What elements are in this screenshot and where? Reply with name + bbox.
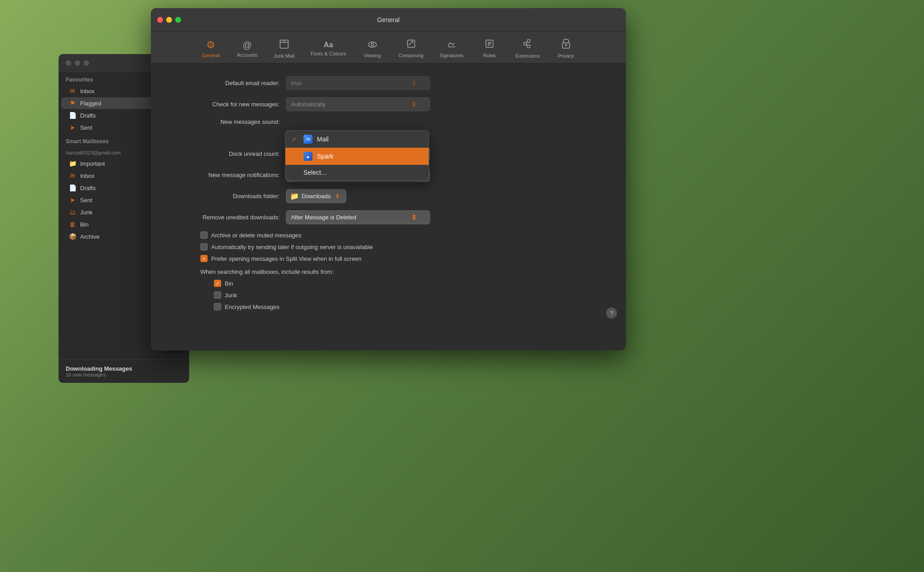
search-encrypted-row: Encrypted Messages [214, 303, 599, 310]
minimize-button[interactable] [166, 17, 172, 23]
status-subtitle: 16 new messages [66, 372, 182, 377]
dropdown-item-select[interactable]: Select... [285, 165, 429, 180]
select-arrow-icon: ⬍ [411, 79, 417, 87]
toolbar-junkmail[interactable]: Junk Mail [265, 36, 302, 63]
check-new-messages-value: Automatically [291, 101, 326, 108]
remove-downloads-label: Remove unedited downloads: [178, 214, 286, 221]
email-reader-dropdown: ✓ ✉ Mail ▲ Spark Select... [285, 130, 429, 181]
search-section-title: When searching all mailboxes, include re… [200, 268, 599, 275]
sidebar-flagged-label: Flagged [80, 100, 101, 107]
privacy-icon [562, 39, 570, 51]
remove-downloads-select[interactable]: After Message is Deleted ⬍ [286, 210, 430, 224]
inbox2-label: Inbox [80, 173, 95, 179]
auto-send-label: Automatically try sending later if outgo… [211, 244, 373, 250]
search-encrypted-checkbox[interactable] [214, 303, 221, 310]
notifications-label: New message notifications: [178, 172, 286, 178]
toolbar-accounts[interactable]: @ Accounts [229, 36, 265, 62]
toolbar: ⚙ General @ Accounts Junk Mail Aa Fonts … [151, 32, 626, 64]
checkboxes-section: Archive or delete muted messages Automat… [178, 232, 599, 262]
search-section: When searching all mailboxes, include re… [178, 268, 599, 310]
maximize-button[interactable] [175, 17, 181, 23]
important-label: Important [80, 160, 105, 167]
toolbar-fonts[interactable]: Aa Fonts & Colours [303, 37, 354, 61]
default-email-label: Default email reader: [178, 80, 286, 86]
remove-downloads-value: After Message is Deleted [291, 214, 356, 221]
toolbar-rules[interactable]: Rules [471, 36, 507, 63]
sidebar-drafts-label: Drafts [80, 112, 96, 119]
rules-icon [485, 39, 494, 51]
signatures-label: Signatures [439, 53, 463, 58]
archive-label: Archive [80, 233, 100, 240]
window-title: General [377, 16, 400, 23]
toolbar-composing[interactable]: Composing [390, 36, 432, 63]
important-icon: 📁 [68, 160, 77, 167]
general-icon: ⚙ [206, 39, 215, 51]
mail-app-icon: ✉ [303, 135, 313, 144]
inbox-icon: ✉ [68, 87, 77, 95]
auto-send-checkbox[interactable] [200, 243, 208, 250]
dropdown-item-mail[interactable]: ✓ ✉ Mail [285, 131, 429, 148]
signatures-icon [447, 39, 457, 51]
search-encrypted-label: Encrypted Messages [225, 304, 279, 310]
viewing-label: Viewing [364, 53, 381, 58]
default-email-control: Mail ⬍ [286, 76, 430, 90]
svg-rect-17 [562, 43, 570, 48]
search-junk-label: Junk [225, 292, 237, 299]
mail-item-label: Mail [317, 136, 329, 143]
help-button[interactable]: ? [606, 308, 617, 318]
sidebar-tl-1 [66, 60, 71, 66]
extensions-label: Extensions [516, 53, 540, 59]
archive-delete-checkbox[interactable] [200, 232, 208, 239]
mail-check-icon: ✓ [292, 136, 299, 143]
accounts-icon: @ [243, 40, 252, 50]
general-label: General [202, 53, 220, 58]
downloads-folder-row: Downloads folder: 📁 Downloads ⬍ [178, 189, 599, 203]
junk-icon: 🗂 [68, 209, 77, 216]
check-new-messages-row: Check for new messages: Automatically ⬍ [178, 97, 599, 111]
fonts-label: Fonts & Colours [311, 51, 346, 56]
search-bin-row: ✓ Bin [214, 280, 599, 287]
content-area: Default email reader: Mail ⬍ ✓ ✉ Mail ▲ … [151, 64, 626, 327]
svg-point-18 [565, 44, 567, 46]
new-messages-sound-label: New messages sound: [178, 118, 286, 125]
toolbar-signatures[interactable]: Signatures [431, 36, 471, 63]
default-email-value: Mail [291, 80, 302, 86]
svg-rect-12 [524, 42, 526, 45]
default-email-select[interactable]: Mail ⬍ [286, 76, 430, 90]
svg-point-3 [368, 42, 376, 47]
svg-rect-5 [408, 40, 415, 47]
split-view-checkbox[interactable]: ✓ [200, 255, 208, 262]
default-email-row: Default email reader: Mail ⬍ [178, 76, 599, 90]
drafts2-icon: 📄 [68, 184, 77, 191]
dock-unread-label: Dock unread count: [178, 150, 286, 157]
downloads-folder-button[interactable]: 📁 Downloads ⬍ [286, 189, 346, 203]
toolbar-extensions[interactable]: Extensions [507, 35, 548, 63]
new-messages-sound-row: New messages sound: [178, 118, 599, 125]
downloads-folder-value: Downloads [302, 193, 331, 200]
spark-item-label: Spark [317, 153, 334, 160]
status-title: Downloading Messages [66, 365, 182, 372]
toolbar-general[interactable]: ⚙ General [193, 36, 229, 63]
spark-app-icon: ▲ [303, 152, 313, 161]
sent2-icon: ➤ [68, 196, 77, 204]
drafts2-label: Drafts [80, 185, 96, 191]
flagged-icon: ⚑ [68, 100, 77, 107]
svg-line-6 [409, 41, 412, 45]
toolbar-viewing[interactable]: Viewing [354, 36, 390, 63]
viewing-icon [367, 39, 377, 51]
search-junk-checkbox[interactable] [214, 291, 221, 299]
fonts-icon: Aa [324, 41, 333, 49]
check-new-messages-select[interactable]: Automatically ⬍ [286, 97, 430, 111]
split-view-label: Prefer opening messages in Split View wh… [211, 255, 362, 262]
select-item-label: Select... [303, 169, 326, 176]
bin-label: Bin [80, 221, 89, 228]
search-bin-label: Bin [225, 280, 233, 287]
close-button[interactable] [157, 17, 163, 23]
toolbar-privacy[interactable]: Privacy [548, 35, 584, 63]
search-bin-checkbox[interactable]: ✓ [214, 280, 221, 287]
sent-icon: ➤ [68, 124, 77, 131]
junkmail-label: Junk Mail [273, 53, 294, 59]
dropdown-item-spark[interactable]: ▲ Spark [285, 148, 429, 165]
composing-label: Composing [399, 53, 424, 58]
archive-delete-label: Archive or delete muted messages [211, 232, 301, 239]
